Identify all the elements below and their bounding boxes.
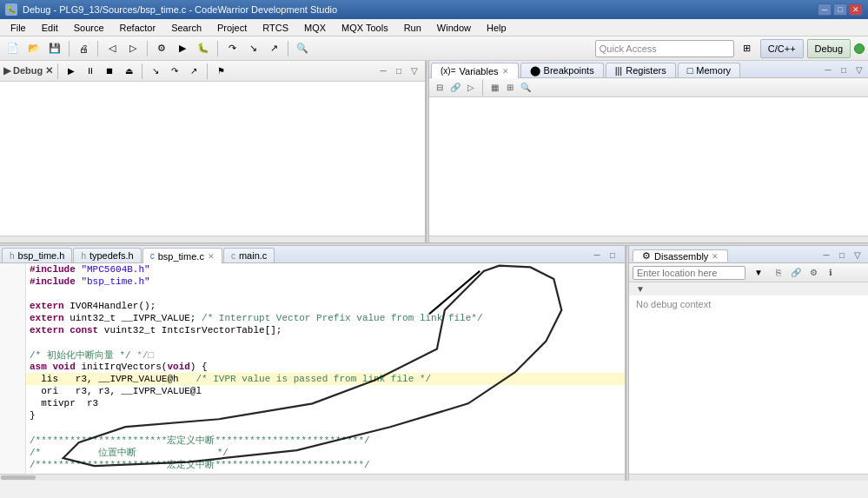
- open-button[interactable]: 📂: [24, 39, 43, 58]
- menu-window[interactable]: Window: [430, 21, 478, 35]
- minimize-button[interactable]: ─: [818, 3, 832, 16]
- menu-edit[interactable]: Edit: [35, 21, 65, 35]
- view-menu-btn[interactable]: ▽: [407, 64, 421, 78]
- step-over-button[interactable]: ↷: [222, 39, 242, 58]
- debug-run-button[interactable]: 🐛: [194, 39, 213, 58]
- stop-button[interactable]: ⏹: [101, 63, 118, 79]
- quick-access-input[interactable]: Quick Access: [595, 40, 734, 57]
- app-icon: 🐛: [5, 3, 17, 16]
- run-button[interactable]: ▶: [173, 39, 192, 58]
- code-line-9: asm void initIrqVectors(void) {: [26, 361, 625, 373]
- code-editor[interactable]: #include "MPC5604B.h" #include "bsp_time…: [0, 263, 625, 474]
- link-editor-btn[interactable]: 🔗: [448, 81, 462, 95]
- menu-mqxtools[interactable]: MQX Tools: [335, 21, 395, 35]
- variables-tab-icon: (x)=: [441, 66, 456, 76]
- step-over-dbg[interactable]: ↷: [166, 63, 183, 79]
- back-button[interactable]: ◁: [103, 39, 122, 58]
- tab-variables[interactable]: (x)= Variables ✕: [431, 63, 519, 78]
- use-step-filters[interactable]: ⚑: [212, 63, 229, 79]
- collapse-all-btn[interactable]: ⊟: [433, 81, 447, 95]
- editor-minimize-btn[interactable]: ─: [590, 249, 604, 262]
- variables-scrollbar-h[interactable]: [429, 236, 868, 242]
- location-input[interactable]: [633, 266, 745, 280]
- menu-refactor[interactable]: Refactor: [113, 21, 163, 35]
- filter-btn[interactable]: 🔍: [519, 81, 533, 95]
- editor-scrollbar-h[interactable]: [0, 474, 625, 481]
- tab-bsp-time-c[interactable]: c bsp_time.c ✕: [142, 248, 222, 263]
- search-toolbar-button[interactable]: 🔍: [293, 39, 312, 58]
- step-into-dbg[interactable]: ↘: [147, 63, 164, 79]
- tab-typedefs-h[interactable]: h typedefs.h: [73, 248, 141, 262]
- menu-project[interactable]: Project: [210, 21, 254, 35]
- layout-btn[interactable]: ▦: [487, 81, 501, 95]
- memory-icon: □: [687, 65, 693, 76]
- maximize-panel-btn[interactable]: □: [392, 64, 406, 78]
- debug-perspective-label: Debug: [815, 43, 843, 54]
- typedefs-h-label: typedefs.h: [89, 250, 134, 261]
- menu-search[interactable]: Search: [164, 21, 209, 35]
- code-line-8: /* 初始化中断向量 */ */□: [26, 349, 625, 361]
- right-maximize-btn[interactable]: □: [837, 63, 851, 77]
- editor-maximize-btn[interactable]: □: [606, 249, 620, 262]
- code-line-16: /* 位置中断 */: [26, 446, 625, 458]
- tab-memory[interactable]: □ Memory: [678, 63, 740, 77]
- menu-help[interactable]: Help: [480, 21, 514, 35]
- tab-main-c[interactable]: c main.c: [223, 248, 275, 262]
- vt-sep: [482, 80, 483, 96]
- debug-scrollbar-h[interactable]: [0, 236, 425, 242]
- debug-toolbar: ▶ Debug ✕ ▶ ⏸ ⏹ ⏏ ↘ ↷ ↗ ⚑ ─ □ ▽: [0, 61, 425, 82]
- disasm-link-btn[interactable]: 🔗: [789, 266, 803, 280]
- resume-button[interactable]: ▶: [63, 63, 80, 79]
- right-menu-btn[interactable]: ▽: [852, 63, 866, 77]
- bsp-time-h-label: bsp_time.h: [18, 250, 65, 261]
- step-return-dbg[interactable]: ↗: [185, 63, 202, 79]
- forward-button[interactable]: ▷: [123, 39, 142, 58]
- debug-perspective-button[interactable]: Debug: [807, 39, 851, 58]
- tab-bsp-time-h[interactable]: h bsp_time.h: [2, 248, 72, 262]
- menu-source[interactable]: Source: [67, 21, 111, 35]
- menu-rtcs[interactable]: RTCS: [255, 21, 295, 35]
- variables-menu-btn[interactable]: ▷: [464, 81, 478, 95]
- new-button[interactable]: 📄: [3, 39, 23, 58]
- disconnect-button[interactable]: ⏏: [120, 63, 137, 79]
- menu-mqx[interactable]: MQX: [297, 21, 333, 35]
- perspective-switch[interactable]: ⊞: [738, 39, 757, 58]
- menu-bar: File Edit Source Refactor Search Project…: [0, 19, 868, 37]
- disasm-scrollbar-h[interactable]: [629, 474, 868, 481]
- step-into-button[interactable]: ↘: [243, 39, 262, 58]
- registers-tab-label: Registers: [626, 65, 666, 76]
- tab-registers[interactable]: ||| Registers: [606, 63, 676, 77]
- main-c-icon: c: [231, 251, 235, 261]
- minimize-panel-btn[interactable]: ─: [376, 64, 390, 78]
- code-line-18: [26, 470, 625, 474]
- bsp-time-c-close[interactable]: ✕: [208, 252, 215, 261]
- menu-run[interactable]: Run: [397, 21, 428, 35]
- code-content: #include "MPC5604B.h" #include "bsp_time…: [26, 263, 625, 474]
- disasm-settings-btn[interactable]: ⚙: [806, 266, 820, 280]
- disasm-menu-btn[interactable]: ▽: [851, 249, 865, 262]
- maximize-button[interactable]: □: [833, 3, 847, 16]
- step-return-button[interactable]: ↗: [264, 39, 283, 58]
- suspend-button[interactable]: ⏸: [82, 63, 99, 79]
- disasm-icon: ⚙: [642, 250, 651, 262]
- toolbar-right: Quick Access ⊞ C/C++ Debug: [595, 39, 865, 58]
- code-line-12: mtivpr r3: [26, 397, 625, 409]
- build-button[interactable]: ⚙: [152, 39, 171, 58]
- close-button[interactable]: ✕: [849, 3, 863, 16]
- disasm-info-btn[interactable]: ℹ: [824, 266, 838, 280]
- expand-all-btn[interactable]: ⊞: [503, 81, 517, 95]
- disasm-tab-close[interactable]: ✕: [712, 252, 719, 261]
- location-go-btn[interactable]: ▼: [749, 263, 768, 282]
- save-button[interactable]: 💾: [45, 39, 64, 58]
- variables-tab-close[interactable]: ✕: [502, 67, 509, 76]
- right-minimize-btn[interactable]: ─: [821, 63, 835, 77]
- disasm-minimize-btn[interactable]: ─: [819, 249, 833, 262]
- disasm-copy-btn[interactable]: ⎘: [772, 266, 785, 280]
- tab-breakpoints[interactable]: ⬤ Breakpoints: [520, 63, 604, 77]
- menu-file[interactable]: File: [3, 21, 33, 35]
- print-button[interactable]: 🖨: [74, 39, 93, 58]
- tab-disassembly[interactable]: ⚙ Disassembly ✕: [633, 249, 728, 262]
- cpp-perspective-button[interactable]: C/C++: [760, 39, 804, 58]
- disasm-maximize-btn[interactable]: □: [835, 249, 849, 262]
- status-indicator: [854, 43, 865, 54]
